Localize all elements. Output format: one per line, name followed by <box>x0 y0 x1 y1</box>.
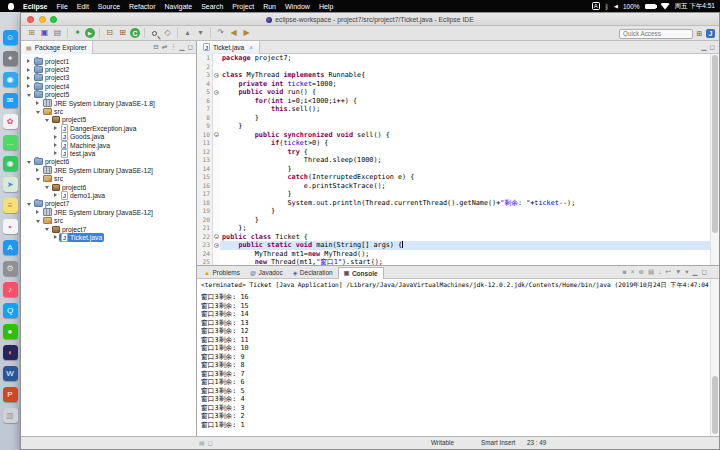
menubar-clock[interactable]: 周五 下午4:51 <box>675 2 715 11</box>
dock-icon-photos[interactable]: ✿ <box>3 114 18 129</box>
code-line[interactable]: 16 e.printStackTrace(); <box>197 182 710 191</box>
zoom-window-button[interactable] <box>50 16 57 23</box>
code-line[interactable]: 12 try { <box>197 148 710 157</box>
twistie-icon[interactable] <box>43 118 50 122</box>
tree-item[interactable]: src <box>21 216 196 224</box>
twistie-icon[interactable] <box>34 168 41 172</box>
dock-icon-facetime[interactable]: ◉ <box>3 156 18 171</box>
battery-icon[interactable] <box>645 4 656 9</box>
fold-marker[interactable] <box>213 233 220 242</box>
code-line[interactable]: 2 <box>197 63 710 72</box>
tree-item[interactable]: project6 <box>21 183 196 191</box>
code-line[interactable]: 11 if(ticket>0) { <box>197 139 710 148</box>
dock-icon-system-preferences[interactable]: ⚙ <box>3 261 18 276</box>
tree-item[interactable]: JTicket.java <box>21 233 196 241</box>
menu-refactor[interactable]: Refactor <box>129 3 155 10</box>
window-titlebar[interactable]: eclipse-workspace - project7/src/project… <box>21 13 719 26</box>
twistie-icon[interactable] <box>52 151 59 155</box>
link-with-editor-icon[interactable]: ⇄ <box>162 44 167 51</box>
dock-icon-messages[interactable]: … <box>3 135 18 150</box>
menu-file[interactable]: File <box>57 3 68 10</box>
tree-item[interactable]: JGoods.java <box>21 133 196 141</box>
dock-icon-powerpoint[interactable]: P <box>3 387 18 402</box>
dock-icon-music[interactable]: ♪ <box>3 282 18 297</box>
wifi-icon[interactable] <box>661 3 670 10</box>
fold-marker[interactable] <box>213 71 220 80</box>
menu-help[interactable]: Help <box>319 3 333 10</box>
print-icon[interactable]: ▤ <box>52 28 63 39</box>
code-line[interactable]: 10 public synchronized void sell() { <box>197 131 710 140</box>
dock-icon-launchpad[interactable]: ✦ <box>3 51 18 66</box>
menu-eclipse[interactable]: Eclipse <box>23 3 48 10</box>
fold-marker[interactable] <box>213 241 220 250</box>
twistie-icon[interactable] <box>34 101 41 105</box>
twistie-icon[interactable] <box>52 193 59 197</box>
debug-icon[interactable]: ✶ <box>72 28 83 39</box>
tab-problems[interactable]: ▲Problems <box>199 267 245 279</box>
twistie-icon[interactable] <box>25 93 32 97</box>
tab-console[interactable]: ▣Console <box>338 267 384 279</box>
twistie-icon[interactable] <box>25 68 32 72</box>
code-line[interactable]: 13 Thread.sleep(1000); <box>197 156 710 165</box>
dock-icon-notes[interactable]: ≡ <box>3 198 18 213</box>
twistie-icon[interactable] <box>34 219 41 223</box>
open-type-icon[interactable]: ◇ <box>162 28 173 39</box>
tree-item[interactable]: Jdemo1.java <box>21 191 196 199</box>
dock-icon-word[interactable]: W <box>3 366 18 381</box>
minimize-window-button[interactable] <box>39 16 46 23</box>
minimize-icon[interactable]: ▁ <box>693 269 698 276</box>
twistie-icon[interactable] <box>52 143 59 147</box>
maximize-icon[interactable]: ◻ <box>188 44 193 51</box>
code-line[interactable]: 24 MyThread mt1=new MyThread(); <box>197 250 710 259</box>
code-line[interactable]: 7 this.sell(); <box>197 105 710 114</box>
last-edit-icon[interactable]: ↷ <box>215 28 226 39</box>
new-wizard-icon[interactable]: ⊞ <box>26 28 37 39</box>
tree-item[interactable]: project1 <box>21 57 196 65</box>
code-line[interactable]: 19 } <box>197 207 710 216</box>
collapse-all-icon[interactable]: ⊟ <box>153 44 158 51</box>
fold-marker[interactable] <box>213 131 220 140</box>
code-line[interactable]: 20 } <box>197 216 710 225</box>
twistie-icon[interactable] <box>34 177 41 181</box>
twistie-icon[interactable] <box>25 84 32 88</box>
code-line[interactable]: 6 for(int i=0;i<1000;i++) { <box>197 97 710 106</box>
pin-console-icon[interactable]: ▼ <box>675 269 681 276</box>
editor-scrollbar-thumb[interactable] <box>712 55 718 233</box>
dock-icon-trash[interactable]: ▥ <box>3 408 18 423</box>
code-line[interactable]: 8 } <box>197 114 710 123</box>
tree-item[interactable]: Jtest.java <box>21 149 196 157</box>
save-icon[interactable]: ▣ <box>39 28 50 39</box>
fold-marker[interactable] <box>213 88 220 97</box>
terminate-icon[interactable]: ■ <box>623 269 627 276</box>
display-selected-console-icon[interactable]: ▾ <box>685 269 688 276</box>
statusbar-icon-1[interactable]: ▤ <box>199 437 205 449</box>
twistie-icon[interactable] <box>25 59 32 63</box>
dock-icon-finder[interactable]: ☺ <box>3 30 18 45</box>
scroll-lock-icon[interactable]: ↓ <box>658 269 661 276</box>
tab-javadoc[interactable]: @Javadoc <box>245 267 288 279</box>
clear-console-icon[interactable]: ▤ <box>648 269 654 276</box>
bluetooth-icon[interactable]: ᛒ <box>605 3 609 10</box>
apple-menu-icon[interactable] <box>8 3 14 10</box>
volume-icon[interactable]: ◀ <box>614 3 618 9</box>
tab-package-explorer[interactable]: ▤ Package Explorer <box>21 41 93 54</box>
new-java-project-icon[interactable]: ⊟ <box>104 28 115 39</box>
input-source-icon[interactable]: A <box>592 2 600 10</box>
code-editor[interactable]: 1package project7;23class MyThread imple… <box>197 54 719 266</box>
tab-declaration[interactable]: ◈Declaration <box>288 267 338 279</box>
tree-item[interactable]: project4 <box>21 82 196 90</box>
code-line[interactable]: 14 } <box>197 165 710 174</box>
dock-icon-reminders[interactable]: • <box>3 219 18 234</box>
twistie-icon[interactable] <box>34 210 41 214</box>
remove-launch-icon[interactable]: × <box>631 269 635 276</box>
twistie-icon[interactable] <box>34 110 41 114</box>
dock-icon-mail[interactable]: ✉ <box>3 93 18 108</box>
quick-access-input[interactable] <box>619 29 693 39</box>
tree-item[interactable]: JRE System Library [JavaSE-12] <box>21 208 196 216</box>
minimize-icon[interactable]: ▁ <box>180 44 185 51</box>
tab-ticket-java[interactable]: J Ticket.java × <box>197 41 260 54</box>
remove-all-launches-icon[interactable]: ⊗ <box>639 269 644 276</box>
tree-item[interactable]: JDangerException.java <box>21 124 196 132</box>
menu-source[interactable]: Source <box>98 3 120 10</box>
open-perspective-icon[interactable]: ⊞ <box>695 29 704 38</box>
